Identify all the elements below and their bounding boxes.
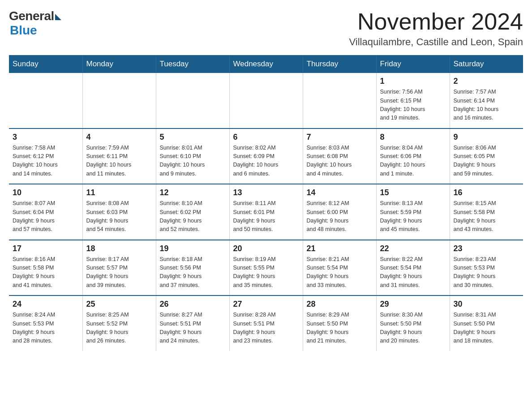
day-info: Sunrise: 8:18 AM Sunset: 5:56 PM Dayligh… (160, 255, 226, 290)
week-row-5: 24Sunrise: 8:24 AM Sunset: 5:53 PM Dayli… (9, 295, 523, 351)
day-number: 15 (380, 188, 446, 197)
day-info: Sunrise: 8:12 AM Sunset: 6:00 PM Dayligh… (307, 199, 373, 234)
header-cell-wednesday: Wednesday (229, 55, 303, 73)
day-info: Sunrise: 8:17 AM Sunset: 5:57 PM Dayligh… (86, 255, 152, 290)
day-number: 1 (380, 77, 446, 86)
day-info: Sunrise: 8:22 AM Sunset: 5:54 PM Dayligh… (380, 255, 446, 290)
day-cell: 3Sunrise: 7:58 AM Sunset: 6:12 PM Daylig… (9, 128, 82, 184)
week-row-4: 17Sunrise: 8:16 AM Sunset: 5:58 PM Dayli… (9, 240, 523, 296)
day-cell: 6Sunrise: 8:02 AM Sunset: 6:09 PM Daylig… (229, 128, 303, 184)
day-info: Sunrise: 8:04 AM Sunset: 6:06 PM Dayligh… (380, 144, 446, 179)
header-cell-friday: Friday (376, 55, 450, 73)
header-cell-thursday: Thursday (303, 55, 376, 73)
day-cell: 29Sunrise: 8:30 AM Sunset: 5:50 PM Dayli… (376, 295, 450, 351)
day-info: Sunrise: 8:08 AM Sunset: 6:03 PM Dayligh… (86, 199, 152, 234)
day-cell: 16Sunrise: 8:15 AM Sunset: 5:58 PM Dayli… (450, 184, 523, 240)
day-info: Sunrise: 7:58 AM Sunset: 6:12 PM Dayligh… (13, 144, 79, 179)
day-cell: 30Sunrise: 8:31 AM Sunset: 5:50 PM Dayli… (450, 295, 523, 351)
day-info: Sunrise: 8:03 AM Sunset: 6:08 PM Dayligh… (307, 144, 373, 179)
day-info: Sunrise: 8:29 AM Sunset: 5:50 PM Dayligh… (307, 311, 373, 346)
day-number: 5 (160, 133, 226, 142)
day-cell: 20Sunrise: 8:19 AM Sunset: 5:55 PM Dayli… (229, 240, 303, 296)
day-cell: 7Sunrise: 8:03 AM Sunset: 6:08 PM Daylig… (303, 128, 376, 184)
day-cell (82, 73, 156, 128)
day-number: 23 (454, 244, 520, 253)
day-info: Sunrise: 8:11 AM Sunset: 6:01 PM Dayligh… (233, 199, 299, 234)
header: General Blue November 2024 Villaquilambr… (9, 9, 523, 48)
day-cell: 2Sunrise: 7:57 AM Sunset: 6:14 PM Daylig… (450, 73, 523, 128)
day-cell: 23Sunrise: 8:23 AM Sunset: 5:53 PM Dayli… (450, 240, 523, 296)
day-number: 25 (86, 300, 152, 309)
day-number: 3 (13, 133, 79, 142)
day-cell: 18Sunrise: 8:17 AM Sunset: 5:57 PM Dayli… (82, 240, 156, 296)
location-subtitle: Villaquilambre, Castille and Leon, Spain (349, 36, 523, 48)
day-cell (303, 73, 376, 128)
day-number: 16 (454, 188, 520, 197)
day-number: 4 (86, 133, 152, 142)
logo: General Blue (9, 9, 61, 38)
day-cell: 25Sunrise: 8:25 AM Sunset: 5:52 PM Dayli… (82, 295, 156, 351)
day-cell: 8Sunrise: 8:04 AM Sunset: 6:06 PM Daylig… (376, 128, 450, 184)
calendar-table: SundayMondayTuesdayWednesdayThursdayFrid… (9, 55, 523, 351)
day-cell: 26Sunrise: 8:27 AM Sunset: 5:51 PM Dayli… (156, 295, 229, 351)
day-number: 11 (86, 188, 152, 197)
day-number: 28 (307, 300, 373, 309)
day-cell: 5Sunrise: 8:01 AM Sunset: 6:10 PM Daylig… (156, 128, 229, 184)
header-cell-sunday: Sunday (9, 55, 82, 73)
day-number: 8 (380, 133, 446, 142)
day-number: 27 (233, 300, 299, 309)
day-number: 24 (13, 300, 79, 309)
logo-general-text: General (9, 9, 54, 23)
week-row-3: 10Sunrise: 8:07 AM Sunset: 6:04 PM Dayli… (9, 184, 523, 240)
day-cell (229, 73, 303, 128)
day-number: 9 (454, 133, 520, 142)
day-cell: 13Sunrise: 8:11 AM Sunset: 6:01 PM Dayli… (229, 184, 303, 240)
logo-blue-text: Blue (10, 23, 37, 38)
day-number: 26 (160, 300, 226, 309)
day-info: Sunrise: 7:56 AM Sunset: 6:15 PM Dayligh… (380, 88, 446, 123)
header-cell-saturday: Saturday (450, 55, 523, 73)
day-info: Sunrise: 8:07 AM Sunset: 6:04 PM Dayligh… (13, 199, 79, 234)
day-info: Sunrise: 8:27 AM Sunset: 5:51 PM Dayligh… (160, 311, 226, 346)
header-cell-tuesday: Tuesday (156, 55, 229, 73)
day-number: 7 (307, 133, 373, 142)
month-title: November 2024 (349, 9, 523, 34)
header-cell-monday: Monday (82, 55, 156, 73)
day-number: 10 (13, 188, 79, 197)
day-cell: 1Sunrise: 7:56 AM Sunset: 6:15 PM Daylig… (376, 73, 450, 128)
calendar-header: SundayMondayTuesdayWednesdayThursdayFrid… (9, 55, 523, 73)
day-cell (156, 73, 229, 128)
day-info: Sunrise: 8:15 AM Sunset: 5:58 PM Dayligh… (454, 199, 520, 234)
day-info: Sunrise: 8:06 AM Sunset: 6:05 PM Dayligh… (454, 144, 520, 179)
day-info: Sunrise: 7:57 AM Sunset: 6:14 PM Dayligh… (454, 88, 520, 123)
day-info: Sunrise: 7:59 AM Sunset: 6:11 PM Dayligh… (86, 144, 152, 179)
day-info: Sunrise: 8:16 AM Sunset: 5:58 PM Dayligh… (13, 255, 79, 290)
day-cell (9, 73, 82, 128)
day-info: Sunrise: 8:31 AM Sunset: 5:50 PM Dayligh… (454, 311, 520, 346)
day-cell: 22Sunrise: 8:22 AM Sunset: 5:54 PM Dayli… (376, 240, 450, 296)
day-number: 14 (307, 188, 373, 197)
week-row-2: 3Sunrise: 7:58 AM Sunset: 6:12 PM Daylig… (9, 128, 523, 184)
day-info: Sunrise: 8:24 AM Sunset: 5:53 PM Dayligh… (13, 311, 79, 346)
week-row-1: 1Sunrise: 7:56 AM Sunset: 6:15 PM Daylig… (9, 73, 523, 128)
day-info: Sunrise: 8:28 AM Sunset: 5:51 PM Dayligh… (233, 311, 299, 346)
day-number: 20 (233, 244, 299, 253)
day-number: 12 (160, 188, 226, 197)
day-cell: 19Sunrise: 8:18 AM Sunset: 5:56 PM Dayli… (156, 240, 229, 296)
day-info: Sunrise: 8:23 AM Sunset: 5:53 PM Dayligh… (454, 255, 520, 290)
day-number: 2 (454, 77, 520, 86)
day-number: 18 (86, 244, 152, 253)
calendar-body: 1Sunrise: 7:56 AM Sunset: 6:15 PM Daylig… (9, 73, 523, 351)
day-info: Sunrise: 8:19 AM Sunset: 5:55 PM Dayligh… (233, 255, 299, 290)
day-info: Sunrise: 8:30 AM Sunset: 5:50 PM Dayligh… (380, 311, 446, 346)
day-cell: 11Sunrise: 8:08 AM Sunset: 6:03 PM Dayli… (82, 184, 156, 240)
day-info: Sunrise: 8:01 AM Sunset: 6:10 PM Dayligh… (160, 144, 226, 179)
day-info: Sunrise: 8:10 AM Sunset: 6:02 PM Dayligh… (160, 199, 226, 234)
day-info: Sunrise: 8:21 AM Sunset: 5:54 PM Dayligh… (307, 255, 373, 290)
day-info: Sunrise: 8:13 AM Sunset: 5:59 PM Dayligh… (380, 199, 446, 234)
day-cell: 24Sunrise: 8:24 AM Sunset: 5:53 PM Dayli… (9, 295, 82, 351)
logo-arrow-icon (55, 14, 61, 20)
header-row: SundayMondayTuesdayWednesdayThursdayFrid… (9, 55, 523, 73)
day-cell: 27Sunrise: 8:28 AM Sunset: 5:51 PM Dayli… (229, 295, 303, 351)
day-number: 6 (233, 133, 299, 142)
